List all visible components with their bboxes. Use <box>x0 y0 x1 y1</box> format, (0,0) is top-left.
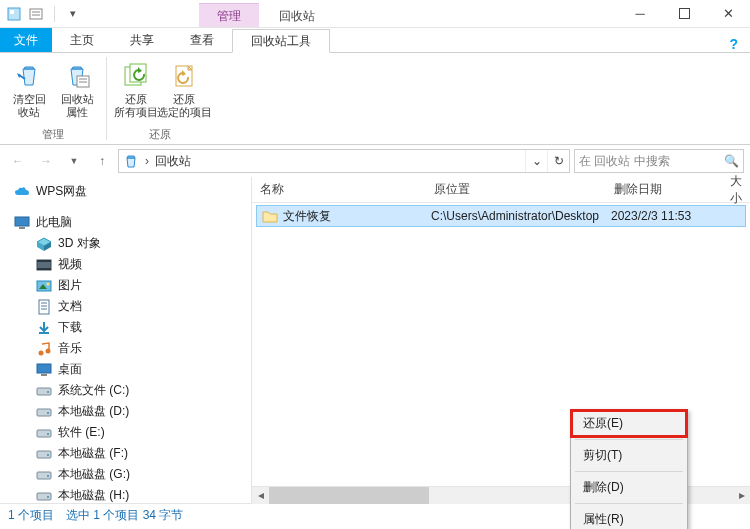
menu-item-cut[interactable]: 剪切(T) <box>571 442 687 469</box>
menu-item-restore[interactable]: 还原(E) <box>571 410 687 437</box>
tab-file[interactable]: 文件 <box>0 28 52 52</box>
tree-item[interactable]: 视频 <box>0 254 251 275</box>
help-button[interactable]: ? <box>717 36 750 52</box>
tree-item-wps[interactable]: WPS网盘 <box>0 181 251 202</box>
menu-item-delete[interactable]: 删除(D) <box>571 474 687 501</box>
tree-item[interactable]: 音乐 <box>0 338 251 359</box>
scroll-right-icon[interactable]: ▸ <box>733 487 750 504</box>
file-name: 文件恢复 <box>283 208 431 225</box>
close-button[interactable]: ✕ <box>706 0 750 28</box>
breadcrumb-location[interactable]: 回收站 <box>151 153 195 170</box>
chevron-right-icon[interactable]: › <box>143 154 151 168</box>
tree-item[interactable]: 系统文件 (C:) <box>0 380 251 401</box>
downloads-icon <box>36 320 52 336</box>
svg-rect-44 <box>37 472 51 479</box>
tree-label: 本地磁盘 (D:) <box>58 403 129 420</box>
drive-icon <box>36 383 52 399</box>
tab-recycle-tools[interactable]: 回收站工具 <box>232 29 330 53</box>
search-input[interactable]: 在 回收站 中搜索 🔍 <box>574 149 744 173</box>
scroll-left-icon[interactable]: ◂ <box>252 487 269 504</box>
tree-item[interactable]: 图片 <box>0 275 251 296</box>
restore-selected-icon <box>168 59 200 91</box>
tab-home[interactable]: 主页 <box>52 28 112 52</box>
tree-item[interactable]: 软件 (E:) <box>0 422 251 443</box>
nav-forward-button[interactable]: → <box>34 149 58 173</box>
col-location[interactable]: 原位置 <box>426 181 606 198</box>
nav-up-button[interactable]: ↑ <box>90 149 114 173</box>
status-selection: 选中 1 个项目 34 字节 <box>66 507 183 524</box>
file-location: C:\Users\Administrator\Desktop <box>431 209 611 223</box>
svg-rect-16 <box>15 217 29 226</box>
recycle-bin-icon <box>121 151 141 171</box>
svg-rect-38 <box>37 409 51 416</box>
svg-point-47 <box>47 496 49 498</box>
restore-all-button[interactable]: 还原 所有项目 <box>113 57 159 121</box>
tree-item[interactable]: 本地磁盘 (G:) <box>0 464 251 485</box>
maximize-button[interactable] <box>662 0 706 28</box>
refresh-icon[interactable]: ↻ <box>547 150 569 172</box>
tree-item[interactable]: 下载 <box>0 317 251 338</box>
svg-rect-5 <box>679 9 689 19</box>
body-split: WPS网盘 此电脑 3D 对象视频图片文档下载音乐桌面系统文件 (C:)本地磁盘… <box>0 177 750 503</box>
search-placeholder: 在 回收站 中搜索 <box>579 153 670 170</box>
nav-history-dropdown[interactable]: ▼ <box>62 149 86 173</box>
title-bar: ▾ 管理 回收站 ─ ✕ <box>0 0 750 28</box>
drive-icon <box>36 488 52 504</box>
column-headers[interactable]: 名称 原位置 删除日期 大小 <box>252 177 750 203</box>
music-icon <box>36 341 52 357</box>
tree-item[interactable]: 桌面 <box>0 359 251 380</box>
minimize-button[interactable]: ─ <box>618 0 662 28</box>
properties-icon[interactable] <box>28 6 44 22</box>
tree-label: 系统文件 (C:) <box>58 382 129 399</box>
address-bar-row: ← → ▼ ↑ › 回收站 ⌄ ↻ 在 回收站 中搜索 🔍 <box>0 145 750 177</box>
tree-label: 软件 (E:) <box>58 424 105 441</box>
svg-rect-17 <box>19 227 25 229</box>
tree-item-this-pc[interactable]: 此电脑 <box>0 212 251 233</box>
list-item[interactable]: 文件恢复 C:\Users\Administrator\Desktop 2023… <box>256 205 746 227</box>
svg-rect-34 <box>37 364 51 373</box>
svg-rect-22 <box>37 260 51 262</box>
restore-selected-button[interactable]: 还原 选定的项目 <box>161 57 207 121</box>
svg-marker-6 <box>17 73 21 78</box>
col-name[interactable]: 名称 <box>252 181 426 198</box>
tree-label: 桌面 <box>58 361 82 378</box>
address-dropdown-icon[interactable]: ⌄ <box>525 150 547 172</box>
video-icon <box>36 257 52 273</box>
svg-point-41 <box>47 433 49 435</box>
menu-item-properties[interactable]: 属性(R) <box>571 506 687 529</box>
ribbon: 清空回 收站 回收站 属性 管理 还原 所有项目 还原 选定的项目 还原 <box>0 53 750 145</box>
col-size[interactable]: 大小 <box>720 173 750 207</box>
file-list[interactable]: 文件恢复 C:\Users\Administrator\Desktop 2023… <box>252 203 750 486</box>
svg-point-43 <box>47 454 49 456</box>
tree-label: 图片 <box>58 277 82 294</box>
desktop-icon <box>36 362 52 378</box>
tree-item[interactable]: 本地磁盘 (D:) <box>0 401 251 422</box>
svg-point-45 <box>47 475 49 477</box>
tree-item[interactable]: 3D 对象 <box>0 233 251 254</box>
tree-label: 视频 <box>58 256 82 273</box>
svg-rect-35 <box>41 374 47 376</box>
tab-share[interactable]: 共享 <box>112 28 172 52</box>
recycle-bin-properties-button[interactable]: 回收站 属性 <box>54 57 100 121</box>
svg-rect-2 <box>30 9 42 19</box>
recycle-bin-empty-icon <box>13 59 45 91</box>
drive-icon <box>36 467 52 483</box>
tree-item[interactable]: 本地磁盘 (H:) <box>0 485 251 503</box>
svg-rect-46 <box>37 493 51 500</box>
nav-back-button[interactable]: ← <box>6 149 30 173</box>
empty-recycle-bin-button[interactable]: 清空回 收站 <box>6 57 52 121</box>
navigation-pane[interactable]: WPS网盘 此电脑 3D 对象视频图片文档下载音乐桌面系统文件 (C:)本地磁盘… <box>0 177 252 503</box>
col-date[interactable]: 删除日期 <box>606 181 720 198</box>
documents-icon <box>36 299 52 315</box>
svg-rect-23 <box>37 268 51 270</box>
pictures-icon <box>36 278 52 294</box>
qat-dropdown-icon[interactable]: ▾ <box>65 6 81 22</box>
tree-item[interactable]: 文档 <box>0 296 251 317</box>
drive-icon <box>36 425 52 441</box>
3d-icon <box>36 236 52 252</box>
ribbon-group-manage: 清空回 收站 回收站 属性 管理 <box>0 53 106 144</box>
tab-view[interactable]: 查看 <box>172 28 232 52</box>
scroll-thumb[interactable] <box>269 487 429 504</box>
address-bar[interactable]: › 回收站 ⌄ ↻ <box>118 149 570 173</box>
tree-item[interactable]: 本地磁盘 (F:) <box>0 443 251 464</box>
